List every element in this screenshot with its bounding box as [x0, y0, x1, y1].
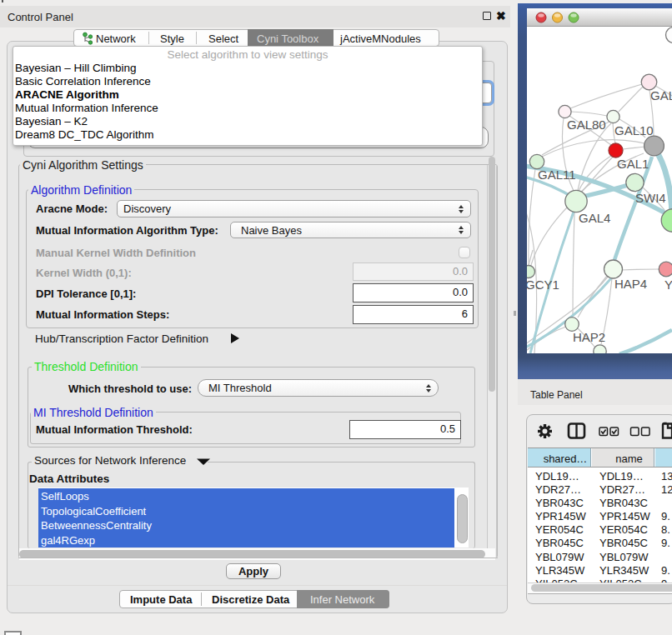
svg-text:GAL1: GAL1 — [617, 157, 649, 171]
svg-text:GCY1: GCY1 — [527, 278, 559, 292]
svg-text:SWI4: SWI4 — [635, 191, 666, 205]
svg-text:HAP4: HAP4 — [614, 277, 647, 291]
svg-text:YD: YD — [664, 278, 672, 292]
svg-text:GAL2: GAL2 — [650, 88, 672, 102]
svg-text:GAL11: GAL11 — [538, 168, 576, 182]
svg-text:GAL80: GAL80 — [567, 118, 606, 132]
svg-text:GAL4: GAL4 — [579, 211, 610, 225]
svg-text:GAL10: GAL10 — [614, 123, 654, 138]
svg-text:HAP2: HAP2 — [573, 330, 605, 344]
